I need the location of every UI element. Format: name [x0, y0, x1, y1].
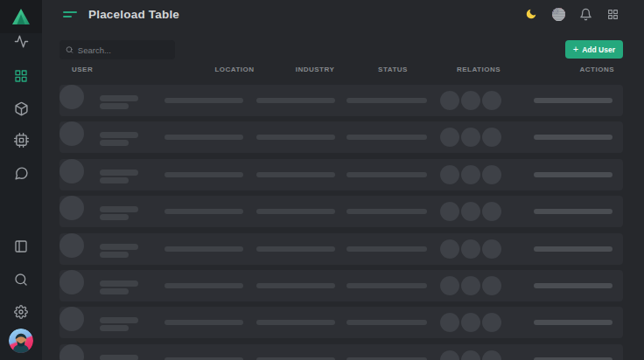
industry-placeholder	[256, 172, 335, 177]
relation-circle-placeholder	[440, 239, 459, 259]
user-avatar[interactable]	[9, 329, 33, 353]
apps-grid-icon	[607, 9, 619, 20]
sidebar-item-messages[interactable]	[0, 157, 42, 189]
search-input[interactable]	[78, 45, 169, 55]
status-placeholder	[346, 283, 427, 288]
relation-circle-placeholder	[482, 165, 501, 184]
location-placeholder	[164, 246, 243, 252]
relations-placeholder-group	[440, 276, 501, 295]
location-placeholder	[164, 209, 243, 214]
sidebar	[0, 0, 42, 360]
dark-mode-toggle[interactable]	[522, 5, 540, 23]
sidebar-item-dashboard[interactable]	[0, 60, 42, 92]
relation-circle-placeholder	[440, 128, 459, 147]
user-name-placeholder	[100, 355, 138, 360]
language-selector[interactable]	[550, 5, 567, 23]
relations-placeholder-group	[440, 91, 501, 110]
relations-placeholder-group	[440, 239, 501, 259]
table-row-skeleton	[60, 307, 623, 338]
relation-circle-placeholder	[440, 165, 459, 184]
industry-placeholder	[256, 209, 335, 214]
industry-placeholder	[256, 283, 335, 288]
relation-circle-placeholder	[461, 202, 480, 221]
relation-circle-placeholder	[440, 202, 459, 221]
relation-circle-placeholder	[482, 202, 501, 221]
actions-placeholder	[534, 172, 612, 177]
location-placeholder	[164, 283, 243, 288]
moon-icon	[525, 8, 537, 20]
table-row-skeleton	[60, 270, 623, 301]
user-name-placeholder	[100, 280, 138, 287]
add-user-label: Add User	[582, 45, 615, 54]
table-row-skeleton	[60, 121, 623, 153]
apps-menu-button[interactable]	[604, 5, 621, 23]
menu-icon[interactable]	[63, 8, 79, 20]
avatar-image-icon	[9, 329, 33, 353]
add-user-button[interactable]: + Add User	[565, 40, 623, 59]
box-icon	[14, 101, 29, 116]
search-box	[60, 40, 175, 59]
user-name-placeholder	[100, 317, 138, 323]
status-placeholder	[346, 209, 427, 214]
location-placeholder	[164, 320, 243, 325]
table-row-skeleton	[60, 344, 623, 360]
industry-placeholder	[256, 98, 335, 103]
column-header-actions: ACTIONS	[580, 66, 615, 73]
avatar-placeholder	[60, 196, 84, 220]
relation-circle-placeholder	[440, 91, 459, 110]
status-placeholder	[346, 135, 427, 140]
sidebar-item-components[interactable]	[0, 93, 42, 124]
avatar-placeholder	[60, 270, 84, 294]
relation-circle-placeholder	[440, 276, 459, 295]
table-header: USER LOCATION INDUSTRY STATUS RELATIONS …	[60, 66, 623, 78]
search-icon	[66, 45, 74, 54]
bell-icon	[579, 8, 592, 21]
avatar-placeholder	[60, 159, 84, 183]
user-name-placeholder	[100, 244, 138, 250]
actions-placeholder	[534, 98, 612, 103]
user-name-placeholder	[100, 132, 138, 138]
column-header-location: LOCATION	[214, 66, 254, 73]
table-row-skeleton	[60, 196, 623, 227]
table-toolbar: + Add User	[60, 40, 623, 59]
user-name-placeholder	[100, 170, 138, 176]
column-header-status: STATUS	[378, 66, 408, 73]
avatar-placeholder	[60, 307, 84, 331]
sidebar-item-search[interactable]	[0, 264, 42, 295]
table-row-skeleton	[60, 233, 623, 265]
location-placeholder	[164, 135, 243, 140]
sidebar-item-activity[interactable]	[0, 25, 42, 57]
avatar-placeholder	[60, 85, 84, 109]
user-subtitle-placeholder	[100, 140, 129, 146]
sidebar-item-elements[interactable]	[0, 124, 42, 156]
status-placeholder	[346, 246, 427, 252]
location-placeholder	[164, 98, 243, 103]
user-subtitle-placeholder	[100, 252, 129, 258]
avatar-placeholder	[60, 344, 84, 360]
search-icon	[14, 273, 28, 287]
relation-circle-placeholder	[482, 350, 501, 360]
table-row-skeleton	[60, 159, 623, 190]
actions-placeholder	[534, 246, 612, 252]
avatar-placeholder	[60, 121, 84, 146]
column-header-industry: INDUSTRY	[296, 66, 335, 73]
relation-circle-placeholder	[482, 91, 501, 110]
status-placeholder	[346, 172, 427, 177]
relation-circle-placeholder	[440, 350, 459, 360]
top-icon-group	[522, 5, 621, 23]
relation-circle-placeholder	[461, 313, 480, 332]
relation-circle-placeholder	[440, 313, 459, 332]
sidebar-item-settings[interactable]	[0, 296, 42, 328]
relation-circle-placeholder	[461, 239, 480, 259]
relation-circle-placeholder	[461, 276, 480, 295]
user-subtitle-placeholder	[100, 325, 129, 331]
actions-placeholder	[534, 320, 612, 325]
industry-placeholder	[256, 135, 335, 140]
plus-icon: +	[573, 45, 578, 54]
actions-placeholder	[534, 209, 612, 214]
notifications-button[interactable]	[577, 5, 594, 23]
top-bar: Placeload Table	[42, 0, 644, 28]
relation-circle-placeholder	[482, 239, 501, 259]
sidebar-item-panels[interactable]	[0, 231, 42, 262]
triangle-logo-icon	[11, 8, 31, 25]
